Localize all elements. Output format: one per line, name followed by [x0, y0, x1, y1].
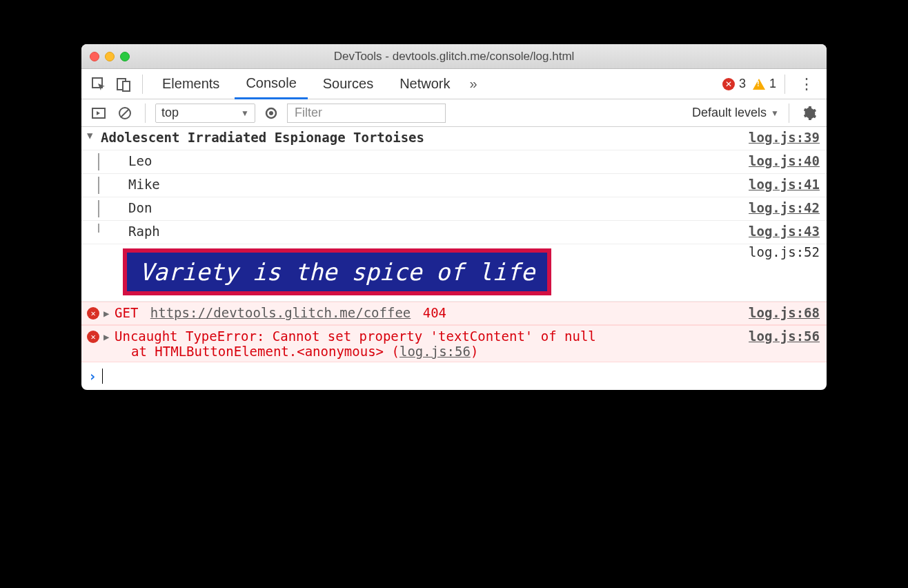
titlebar: DevTools - devtools.glitch.me/console/lo… [81, 44, 827, 69]
console-error-row[interactable]: ✕ ▶ Uncaught TypeError: Cannot set prope… [81, 325, 827, 362]
stack-link[interactable]: log.js:56 [399, 344, 471, 359]
tree-line [98, 177, 99, 194]
levels-label: Default levels [692, 106, 767, 120]
source-link[interactable]: log.js:56 [740, 329, 820, 344]
chevron-down-icon: ▼ [771, 108, 779, 118]
console-log-item: Don log.js:42 [81, 197, 827, 221]
console-toolbar: top ▼ Default levels ▼ [81, 99, 827, 127]
tree-line [98, 200, 99, 217]
error-icon: ✕ [87, 307, 99, 320]
console-error-row[interactable]: ✕ ▶ GET https://devtools.glitch.me/coffe… [81, 302, 827, 325]
zoom-window-button[interactable] [120, 52, 130, 61]
error-headline: Uncaught TypeError: Cannot set property … [115, 329, 596, 344]
tab-sources[interactable]: Sources [312, 69, 384, 99]
log-text: Raph [128, 224, 160, 239]
console-log-item: Leo log.js:40 [81, 150, 827, 174]
console-group-header[interactable]: ▼ Adolescent Irradiated Espionage Tortoi… [81, 127, 827, 150]
console-prompt[interactable]: › [81, 362, 827, 390]
window-title: DevTools - devtools.glitch.me/console/lo… [81, 50, 827, 63]
error-message: GET https://devtools.glitch.me/coffee 40… [115, 305, 446, 320]
devtools-tabs: Elements Console Sources Network » ✕ 3 1… [81, 69, 827, 99]
prompt-chevron-icon: › [88, 368, 97, 384]
stack-frame: at HTMLButtonElement.<anonymous> (log.js… [115, 344, 596, 359]
divider [145, 104, 146, 123]
console-output: ▼ Adolescent Irradiated Espionage Tortoi… [81, 127, 827, 390]
svg-point-7 [269, 111, 273, 115]
divider [142, 75, 143, 94]
error-message: Uncaught TypeError: Cannot set property … [115, 329, 596, 359]
tab-console[interactable]: Console [235, 69, 307, 99]
console-log-item: Raph log.js:43 [81, 221, 827, 244]
tree-line [98, 224, 99, 241]
console-log-item: Mike log.js:41 [81, 174, 827, 197]
gear-icon[interactable] [799, 103, 820, 124]
device-toolbar-icon[interactable] [113, 74, 134, 95]
status-badges[interactable]: ✕ 3 1 [722, 77, 776, 91]
divider [789, 104, 789, 123]
context-selector[interactable]: top ▼ [155, 104, 255, 123]
devtools-menu-button[interactable]: ⋮ [793, 75, 820, 93]
filter-input[interactable] [287, 104, 446, 123]
error-badge-icon: ✕ [722, 78, 735, 90]
close-window-button[interactable] [90, 52, 99, 61]
error-icon: ✕ [87, 331, 99, 343]
group-title: Adolescent Irradiated Espionage Tortoise… [101, 130, 424, 145]
source-link[interactable]: log.js:42 [740, 200, 820, 215]
source-link[interactable]: log.js:39 [740, 130, 820, 145]
log-text: Mike [128, 177, 160, 192]
inspect-element-icon[interactable] [88, 74, 109, 95]
tab-network[interactable]: Network [388, 69, 461, 99]
tree-line [98, 153, 99, 170]
chevron-right-icon: ▶ [103, 308, 112, 319]
log-text: Don [128, 200, 152, 215]
devtools-window: DevTools - devtools.glitch.me/console/lo… [81, 44, 827, 390]
chevron-down-icon: ▼ [241, 108, 249, 118]
more-tabs-button[interactable]: » [466, 76, 482, 92]
divider [784, 75, 785, 94]
chevron-down-icon: ▼ [87, 130, 97, 141]
log-levels-selector[interactable]: Default levels ▼ [692, 106, 779, 120]
source-link[interactable]: log.js:43 [740, 224, 820, 239]
minimize-window-button[interactable] [105, 52, 115, 61]
source-link[interactable]: log.js:40 [740, 153, 820, 168]
source-link[interactable]: log.js:41 [740, 177, 820, 192]
toggle-sidebar-icon[interactable] [88, 103, 109, 124]
traffic-lights [90, 52, 130, 61]
styled-box: Variety is the spice of life [123, 248, 551, 295]
chevron-right-icon: ▶ [103, 331, 112, 342]
source-link[interactable]: log.js:68 [740, 305, 820, 320]
live-expression-icon[interactable] [261, 103, 282, 124]
log-text: Leo [128, 153, 152, 168]
tab-elements[interactable]: Elements [151, 69, 230, 99]
console-styled-log: Variety is the spice of life log.js:52 [81, 244, 827, 302]
warning-count: 1 [769, 77, 776, 91]
request-url[interactable]: https://devtools.glitch.me/coffee [150, 305, 411, 320]
clear-console-icon[interactable] [115, 103, 135, 124]
svg-line-5 [121, 109, 129, 117]
source-link[interactable]: log.js:52 [749, 244, 820, 295]
styled-text: Variety is the spice of life [127, 253, 547, 291]
text-caret [102, 369, 103, 384]
error-count: 3 [739, 77, 746, 91]
warning-badge-icon [753, 79, 765, 90]
context-value: top [161, 106, 179, 120]
http-status: 404 [423, 305, 446, 320]
http-method: GET [115, 305, 138, 320]
svg-rect-2 [123, 81, 130, 91]
